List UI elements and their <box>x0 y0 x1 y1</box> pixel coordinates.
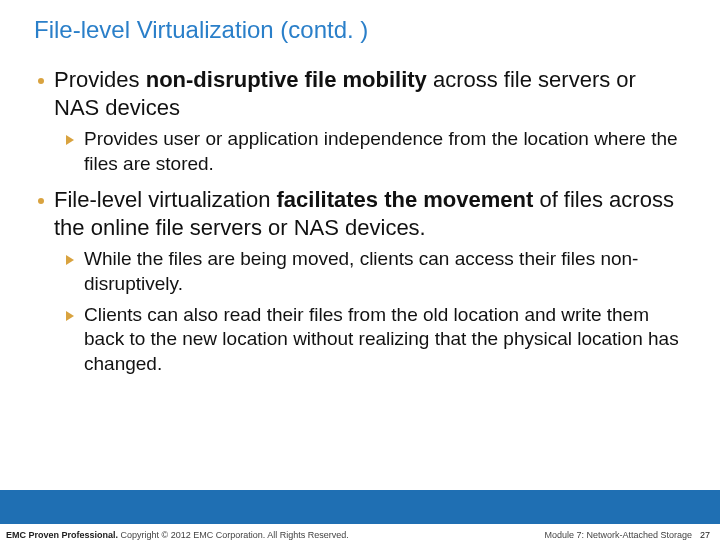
bullet-level1: Provides non-disruptive file mobility ac… <box>38 66 682 121</box>
slide: File-level Virtualization (contd. ) Prov… <box>0 0 720 540</box>
text-pre: Provides <box>54 67 146 92</box>
bullet-level2: Provides user or application independenc… <box>66 127 682 176</box>
slide-content: Provides non-disruptive file mobility ac… <box>0 58 720 490</box>
footer-copyright: Copyright © 2012 EMC Corporation. All Ri… <box>118 530 349 540</box>
footer-left: EMC Proven Professional. Copyright © 201… <box>6 530 349 540</box>
bullet-triangle-icon <box>66 311 74 321</box>
footer: EMC Proven Professional. Copyright © 201… <box>0 524 720 540</box>
footer-bar <box>0 490 720 524</box>
bullet-text: Provides user or application independenc… <box>84 127 682 176</box>
bullet-triangle-icon <box>66 135 74 145</box>
slide-title: File-level Virtualization (contd. ) <box>0 0 720 58</box>
bullet-dot-icon <box>38 78 44 84</box>
bullet-level2: While the files are being moved, clients… <box>66 247 682 296</box>
bullet-triangle-icon <box>66 255 74 265</box>
text-bold: non-disruptive file mobility <box>146 67 427 92</box>
page-number: 27 <box>700 530 710 540</box>
footer-brand: EMC Proven Professional. <box>6 530 118 540</box>
text-bold: facilitates the movement <box>277 187 534 212</box>
footer-module: Module 7: Network-Attached Storage <box>544 530 692 540</box>
bullet-dot-icon <box>38 198 44 204</box>
footer-right: Module 7: Network-Attached Storage 27 <box>544 530 710 540</box>
bullet-text: File-level virtualization facilitates th… <box>54 186 682 241</box>
bullet-text: Provides non-disruptive file mobility ac… <box>54 66 682 121</box>
bullet-level2: Clients can also read their files from t… <box>66 303 682 377</box>
text-pre: File-level virtualization <box>54 187 277 212</box>
bullet-text: While the files are being moved, clients… <box>84 247 682 296</box>
bullet-text: Clients can also read their files from t… <box>84 303 682 377</box>
bullet-level1: File-level virtualization facilitates th… <box>38 186 682 241</box>
